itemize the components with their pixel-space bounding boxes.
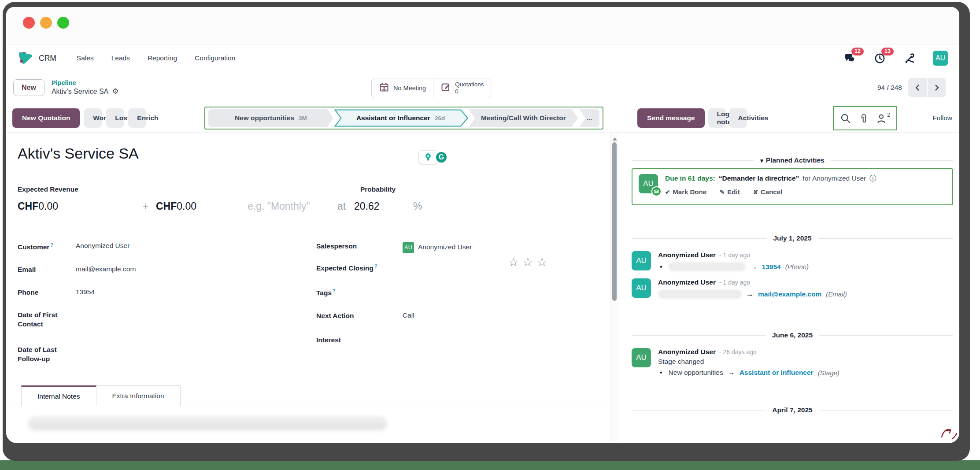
new-quotation-button[interactable]: New Quotation [12, 108, 80, 128]
stage-new-opportunities[interactable]: New opportunities 3M [208, 109, 333, 127]
date-divider: June 6, 2025 [632, 330, 953, 340]
menu-leads[interactable]: Leads [111, 54, 130, 62]
close-button[interactable] [23, 17, 35, 29]
date-divider: July 1, 2025 [632, 233, 953, 243]
menu-sales[interactable]: Sales [77, 54, 94, 62]
won-button[interactable]: Won [84, 108, 102, 128]
percent-sign: % [413, 200, 422, 212]
message-avatar: AU [632, 278, 651, 298]
edit-activity-button[interactable]: ✎Edit [720, 188, 740, 196]
opportunity-title[interactable]: Aktiv's Service SA [18, 145, 139, 162]
gear-icon[interactable]: ⚙ [112, 87, 118, 96]
interest-label: Interest [316, 336, 403, 345]
app-window: CRM Sales Leads Reporting Configuration … [3, 2, 970, 461]
recurring-plan-placeholder[interactable]: e.g. "Monthly" [248, 200, 310, 212]
window-controls [23, 17, 69, 29]
main-menu: Sales Leads Reporting Configuration [77, 54, 235, 62]
new-phone-link[interactable]: 13954 [762, 263, 781, 271]
phone-activity-badge: ☎ [651, 186, 662, 196]
message-email-change[interactable]: AU Anonymized User - 1 day ago → mail@ex… [632, 278, 953, 299]
form-scrollbar[interactable] [610, 133, 618, 442]
phone-value[interactable]: 13954 [76, 288, 95, 297]
old-stage-value: New opportunities [669, 369, 723, 377]
activity-summary[interactable]: “Demander la directrice” [719, 174, 799, 182]
maximize-button[interactable] [57, 17, 69, 29]
log-note-button[interactable]: Log note [708, 108, 726, 128]
pager-previous-button[interactable] [908, 78, 927, 97]
annotation-artifact [937, 424, 959, 445]
search-messages-icon[interactable] [840, 113, 851, 124]
messages-icon[interactable]: 12 [843, 52, 856, 65]
scroll-up-arrow[interactable] [613, 135, 617, 141]
recurring-revenue-field[interactable]: CHF0.00 [156, 200, 177, 212]
date-last-followup-label: Date of Last Follow-up [18, 345, 76, 364]
followers-count: 2 [887, 112, 890, 118]
enrich-button[interactable]: Enrich [128, 108, 146, 128]
send-message-button[interactable]: Send message [637, 108, 705, 128]
user-avatar[interactable]: AU [933, 51, 948, 66]
mark-done-button[interactable]: ✔Mark Done [665, 188, 706, 196]
planned-activity-highlight: AU ☎ Due in 61 days: “Demander la direct… [632, 168, 953, 205]
debug-tools-icon[interactable] [903, 52, 916, 65]
stage-assistant-or-influencer[interactable]: Assistant or Influencer 26d [334, 109, 467, 127]
window-titlebar [6, 7, 959, 44]
star-icon[interactable]: ☆ [536, 255, 547, 269]
customer-value[interactable]: Anonymized User [76, 242, 129, 252]
browser-page: CRM Sales Leads Reporting Configuration … [6, 7, 959, 443]
star-icon[interactable]: ☆ [522, 255, 533, 269]
activity-due: Due in 61 days: [665, 174, 715, 182]
probability-value[interactable]: 20.62 [354, 200, 380, 212]
check-icon: ✔ [665, 189, 670, 196]
tab-extra-information[interactable]: Extra Information [96, 385, 181, 406]
cancel-activity-button[interactable]: ✘Cancel [753, 188, 783, 196]
no-meeting-button[interactable]: No Meeting [372, 78, 433, 98]
activities-button[interactable]: Activities [729, 108, 747, 128]
activity-avatar-wrap: AU ☎ [639, 174, 658, 193]
salesperson-value[interactable]: AUAnonymized User [403, 242, 472, 253]
lost-button[interactable]: Lost [106, 108, 124, 128]
new-email-link[interactable]: mail@example.com [758, 290, 821, 298]
tab-internal-notes[interactable]: Internal Notes [21, 385, 96, 406]
message-phone-change[interactable]: AU Anonymized User - 1 day ago • → 13954… [632, 251, 953, 271]
crm-app-icon[interactable] [18, 50, 33, 66]
collapse-icon: ▾ [760, 157, 763, 164]
new-stage-link[interactable]: Assistant or Influencer [740, 369, 814, 377]
attachment-paperclip-icon[interactable] [858, 113, 869, 124]
breadcrumb-pipeline-link[interactable]: Pipeline [52, 79, 119, 87]
email-value[interactable]: mail@example.com [76, 265, 136, 274]
message-stage-change[interactable]: AU Anonymized User - 26 days ago Stage c… [632, 348, 953, 377]
grammarly-icon[interactable]: G [435, 151, 447, 163]
no-meeting-label: No Meeting [393, 85, 426, 92]
star-icon[interactable]: ☆ [508, 255, 519, 269]
pencil-icon: ✎ [720, 189, 725, 196]
quotations-button[interactable]: Quotations 0 [433, 78, 491, 98]
date-divider: April 7, 2025 [632, 405, 953, 415]
salesperson-field-row: Salesperson AUAnonymized User [316, 242, 472, 253]
bullet: • [660, 369, 662, 377]
stage-overflow[interactable]: ... [579, 109, 599, 127]
scrollbar-thumb[interactable] [612, 142, 617, 301]
followers-icon[interactable]: 2 [876, 113, 890, 124]
menu-configuration[interactable]: Configuration [195, 54, 235, 62]
quotations-label: Quotations [455, 81, 484, 88]
tags-label: Tags? [316, 288, 403, 298]
menu-reporting[interactable]: Reporting [148, 54, 177, 62]
follow-button[interactable]: Follow [932, 114, 952, 122]
control-bar: New Pipeline Aktiv's Service SA ⚙ [6, 72, 959, 104]
redacted-old-value [669, 262, 746, 271]
arrow-icon: → [728, 368, 735, 377]
phone-field-row: Phone 13954 [18, 288, 95, 297]
planned-activities-header[interactable]: ▾Planned Activities [632, 155, 953, 165]
pager-next-button[interactable] [928, 78, 946, 97]
minimize-button[interactable] [40, 17, 52, 29]
breadcrumb: Pipeline Aktiv's Service SA ⚙ [52, 79, 119, 96]
customer-label: Customer? [18, 242, 76, 252]
activities-clock-icon[interactable]: 13 [873, 52, 886, 65]
expected-revenue-field[interactable]: CHF0.00 [18, 200, 38, 212]
info-icon[interactable]: ⓘ [869, 174, 876, 183]
stage-meeting-call-with-director[interactable]: Meeting/Call With Director [469, 109, 578, 127]
new-record-button[interactable]: New [13, 79, 44, 96]
next-action-value[interactable]: Call [403, 311, 414, 321]
app-name[interactable]: CRM [39, 54, 56, 63]
message-time: - 26 days ago [719, 348, 757, 355]
